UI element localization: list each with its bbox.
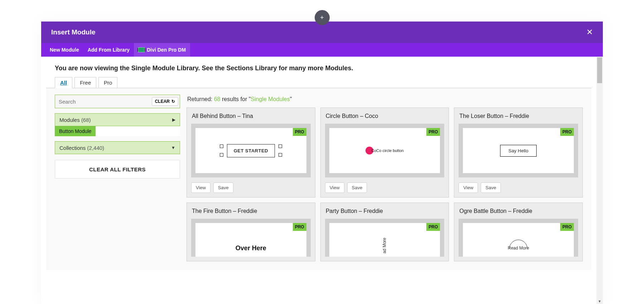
- module-card: The Loser Button – Freddie PRO Say Hello…: [454, 108, 583, 198]
- results-summary: Returned: 68 results for "Single Modules…: [187, 95, 583, 108]
- refresh-icon: ↻: [171, 99, 175, 104]
- search-input[interactable]: [59, 99, 152, 105]
- demo-button: CoCo circle button: [371, 148, 404, 153]
- clear-search-button[interactable]: CLEAR ↻: [152, 97, 178, 106]
- filter-chip-button-module[interactable]: Button Module: [55, 126, 96, 136]
- module-card-title: The Fire Button – Freddie: [191, 207, 311, 219]
- view-button[interactable]: View: [325, 182, 344, 193]
- tab-new-module[interactable]: New Module: [45, 43, 83, 57]
- accordion-modules[interactable]: Modules (68) ▶: [55, 113, 180, 126]
- clear-search-label: CLEAR: [155, 99, 170, 104]
- pro-badge: PRO: [293, 128, 306, 136]
- results-main: Returned: 68 results for "Single Modules…: [187, 95, 583, 261]
- module-thumbnail[interactable]: PRO ad More: [325, 219, 445, 257]
- module-card-title: Circle Button – Coco: [325, 112, 445, 124]
- view-button[interactable]: View: [459, 182, 478, 193]
- modal-tabs: New Module Add From Library Divi Den Pro…: [41, 43, 603, 57]
- close-icon[interactable]: ✕: [586, 28, 593, 37]
- accordion-collections-count: (2,440): [87, 145, 105, 151]
- module-card-title: Party Button – Freddie: [325, 207, 445, 219]
- accordion-modules-label: Modules: [59, 117, 80, 123]
- scrollbar-thumb[interactable]: [597, 57, 602, 83]
- chevron-down-icon: ▼: [171, 145, 175, 150]
- accordion-modules-count: (68): [81, 117, 91, 123]
- filter-tabs: All Free Pro: [41, 77, 596, 88]
- add-section-button[interactable]: +: [315, 10, 330, 25]
- arc-icon: [508, 239, 529, 250]
- library-panel: CLEAR ↻ Modules (68) ▶: [46, 88, 591, 270]
- pro-badge: PRO: [293, 223, 306, 231]
- module-card: Circle Button – Coco PRO CoCo circle but…: [320, 108, 449, 198]
- scroll-down-icon[interactable]: ▼: [596, 298, 603, 304]
- pro-badge: PRO: [560, 223, 574, 231]
- module-thumbnail[interactable]: PRO Read More: [459, 219, 578, 257]
- filter-tab-free[interactable]: Free: [74, 77, 96, 88]
- results-count: 68: [214, 96, 221, 102]
- module-card: The Fire Button – Freddie PRO Over Here …: [187, 203, 315, 261]
- content-scroll[interactable]: You are now viewing the Single Module Li…: [41, 57, 596, 304]
- scrollbar[interactable]: ▲ ▼: [596, 57, 603, 304]
- demo-button: Over Here: [236, 244, 266, 252]
- tab-divi-den-pro[interactable]: Divi Den Pro DM: [134, 43, 190, 57]
- module-card-title: Ogre Battle Button – Freddie: [459, 207, 578, 219]
- module-thumbnail[interactable]: PRO GET STARTED: [191, 124, 311, 177]
- insert-module-modal: Insert Module ✕ New Module Add From Libr…: [41, 22, 603, 304]
- search-box: CLEAR ↻: [55, 95, 180, 108]
- pro-badge: PRO: [560, 128, 574, 136]
- filter-sidebar: CLEAR ↻ Modules (68) ▶: [55, 95, 180, 179]
- pro-badge: PRO: [426, 128, 440, 136]
- save-button[interactable]: Save: [481, 182, 501, 193]
- module-thumbnail[interactable]: PRO CoCo circle button: [325, 124, 445, 177]
- divi-den-pro-icon: [138, 47, 145, 52]
- demo-button: GET STARTED: [227, 144, 275, 157]
- tab-divi-den-pro-label: Divi Den Pro DM: [147, 47, 186, 53]
- module-card: Ogre Battle Button – Freddie PRO Read Mo…: [454, 203, 583, 261]
- module-card-title: All Behind Button – Tina: [191, 112, 311, 124]
- pro-badge: PRO: [426, 223, 440, 231]
- accordion-collections[interactable]: Collections (2,440) ▼: [55, 141, 180, 154]
- clear-all-filters-button[interactable]: CLEAR ALL FILTERS: [55, 160, 180, 179]
- filter-tab-all[interactable]: All: [55, 77, 72, 88]
- module-thumbnail[interactable]: PRO Over Here: [191, 219, 311, 257]
- intro-text: You are now viewing the Single Module Li…: [41, 57, 596, 77]
- demo-button: Say Hello: [500, 145, 537, 157]
- active-filter-chip-row: Button Module: [55, 126, 180, 136]
- modal-title: Insert Module: [51, 28, 96, 36]
- view-button[interactable]: View: [191, 182, 210, 193]
- filter-tab-pro[interactable]: Pro: [98, 77, 117, 88]
- demo-button: ad More: [382, 238, 387, 253]
- module-card: Party Button – Freddie PRO ad More View …: [320, 203, 449, 261]
- save-button[interactable]: Save: [213, 182, 233, 193]
- tab-add-from-library[interactable]: Add From Library: [83, 43, 134, 57]
- module-thumbnail[interactable]: PRO Say Hello: [459, 124, 578, 177]
- save-button[interactable]: Save: [347, 182, 367, 193]
- accordion-collections-label: Collections: [59, 145, 86, 151]
- module-grid: All Behind Button – Tina PRO GET STARTED: [187, 108, 583, 261]
- results-term: Single Modules: [251, 96, 290, 102]
- module-card-title: The Loser Button – Freddie: [459, 112, 578, 124]
- module-card: All Behind Button – Tina PRO GET STARTED: [187, 108, 315, 198]
- chevron-right-icon: ▶: [172, 117, 175, 122]
